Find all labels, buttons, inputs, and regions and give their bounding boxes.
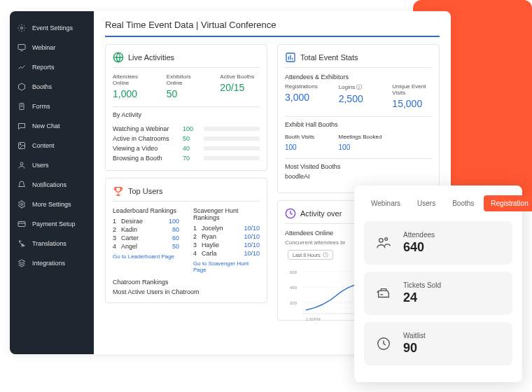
stat-card-attendees: Attendees640 <box>364 221 512 265</box>
rank-name: Jocelyn <box>202 225 244 232</box>
rank-idx: 1 <box>193 225 202 232</box>
monitor-icon <box>17 43 27 52</box>
rank-row: 1Desirae100 <box>113 217 179 225</box>
translate-icon <box>17 239 27 248</box>
sidebar-item-booths[interactable]: Booths <box>10 77 94 97</box>
tab-registration[interactable]: Registration <box>484 195 532 211</box>
card-title: Live Activities <box>128 53 174 62</box>
rank-row: 2Kadin80 <box>113 225 179 234</box>
metric-label: Exhibitors Online <box>167 74 206 86</box>
stat-label: Waitlist <box>403 332 426 340</box>
metric-label: Attendees Online <box>113 74 153 86</box>
rank-score: 80 <box>172 226 179 233</box>
rank-name: Carla <box>202 250 244 257</box>
card-title: Activity over <box>300 209 342 218</box>
sidebar-item-forms[interactable]: Forms <box>10 97 94 116</box>
stat-icon <box>374 233 393 253</box>
sidebar-item-reports[interactable]: Reports <box>10 57 94 77</box>
sub-label: Attendees & Exhibitors <box>285 74 432 80</box>
bell-icon <box>17 180 27 190</box>
rank-idx: 3 <box>193 241 202 248</box>
range-button[interactable]: Last 8 Hours <box>288 250 333 260</box>
rank-score: 10/10 <box>244 225 260 232</box>
sidebar-item-new-chat[interactable]: New Chat <box>10 116 94 136</box>
rank-score: 10/10 <box>244 250 260 257</box>
rank-name: Haylie <box>202 241 244 248</box>
rank-name: Ryan <box>202 233 244 240</box>
chatroom-rankings-sub: Most Active Users in Chatroom <box>113 288 260 295</box>
sidebar-item-label: Event Settings <box>32 24 73 31</box>
stat-label: Attendees <box>403 231 435 239</box>
scavenger-link[interactable]: Go to Scavenger Hunt Page <box>193 260 260 273</box>
tab-booths[interactable]: Booths <box>445 195 481 211</box>
sidebar-item-label: Content <box>32 142 55 149</box>
metric-label: Unique Event Visits <box>392 83 432 96</box>
stat-icon <box>374 334 393 354</box>
metric-value: 100 <box>339 144 351 151</box>
sidebar-item-users[interactable]: Users <box>10 155 94 175</box>
svg-point-0 <box>21 27 23 29</box>
metric-label: Active Booths <box>220 74 260 80</box>
sidebar-item-integrations[interactable]: Integrations <box>10 253 94 273</box>
sidebar-item-translations[interactable]: Translations <box>10 234 94 253</box>
y-tick: 600 <box>290 270 298 274</box>
rank-idx: 4 <box>193 250 202 257</box>
rank-row: 4Carla10/10 <box>193 249 260 258</box>
stat-value: 90 <box>403 341 426 356</box>
x-tick: 1:00PM <box>306 317 321 321</box>
svg-rect-10 <box>18 222 25 227</box>
rank-name: Angel <box>121 243 172 250</box>
sidebar: Event Settings Webinar Reports Booths Fo… <box>10 11 94 354</box>
rank-row: 2Ryan10/10 <box>193 232 260 241</box>
most-visited-title: Most Visited Booths <box>285 163 432 170</box>
sidebar-item-notifications[interactable]: Notifications <box>10 175 94 195</box>
sidebar-item-payment[interactable]: Payment Setup <box>10 214 94 234</box>
activity-name: Viewing a Video <box>113 145 183 152</box>
rank-name: Desirae <box>121 218 169 225</box>
metric-value: 2,500 <box>339 93 379 104</box>
trophy-icon <box>113 186 124 197</box>
activity-name: Watching a Webinar <box>113 125 183 132</box>
rank-idx: 2 <box>193 233 202 240</box>
chart-icon <box>17 62 27 72</box>
metric-value: 20/15 <box>220 82 260 93</box>
rank-idx: 1 <box>113 218 121 225</box>
sidebar-item-more-settings[interactable]: More Settings <box>10 195 94 214</box>
svg-point-9 <box>21 204 23 206</box>
rank-score: 60 <box>172 234 179 241</box>
tab-users[interactable]: Users <box>410 195 442 211</box>
rank-idx: 2 <box>113 226 121 233</box>
tab-webinars[interactable]: Webinars <box>364 195 407 211</box>
exhibit-title: Exhibit Hall Booths <box>285 121 432 128</box>
stat-icon <box>374 284 393 303</box>
globe-icon <box>113 52 124 63</box>
activity-bar <box>204 127 260 131</box>
activity-row: Viewing a Video40 <box>113 144 260 153</box>
svg-point-8 <box>20 162 23 165</box>
sidebar-item-label: New Chat <box>32 122 60 130</box>
sidebar-item-webinar[interactable]: Webinar <box>10 38 94 57</box>
leaderboard-title: Leaderboard Rankings <box>113 207 179 214</box>
metric-label: Booth Visits <box>285 134 314 140</box>
activity-row: Active in Chatrooms50 <box>113 134 260 144</box>
activity-value: 100 <box>183 125 204 132</box>
rank-idx: 4 <box>113 243 121 250</box>
popup-tabs: WebinarsUsersBoothsRegistration <box>364 195 512 211</box>
chatroom-rankings-title: Chatroom Rankings <box>113 279 260 286</box>
rank-idx: 3 <box>113 234 121 241</box>
sidebar-item-content[interactable]: Content <box>10 136 94 155</box>
most-visited-value: boodleAI <box>285 173 432 180</box>
sidebar-item-event-settings[interactable]: Event Settings <box>10 18 94 38</box>
sidebar-item-label: Payment Setup <box>32 220 76 227</box>
svg-point-23 <box>379 239 384 243</box>
metric-value: 15,000 <box>392 98 432 109</box>
section-label: By Activity <box>113 111 260 118</box>
sidebar-item-label: Users <box>32 162 49 169</box>
clipboard-icon <box>17 102 27 111</box>
settings-icon <box>17 200 27 209</box>
sidebar-item-label: Integrations <box>32 260 65 267</box>
metric-label: Registrations <box>285 83 325 90</box>
image-icon <box>17 141 27 150</box>
metric-label: Meetings Booked <box>339 134 382 140</box>
leaderboard-link[interactable]: Go to Leaderboard Page <box>113 253 179 260</box>
